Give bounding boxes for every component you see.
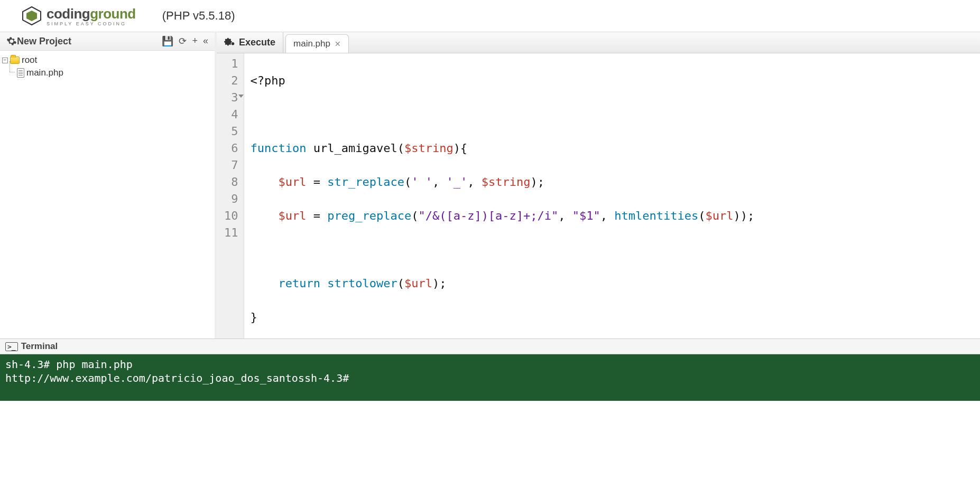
line-number: 7: [224, 157, 238, 174]
gear-icon: [6, 36, 17, 46]
expand-toggle[interactable]: −: [2, 58, 8, 63]
folder-icon: [10, 57, 20, 64]
save-icon[interactable]: 💾: [162, 35, 173, 47]
collapse-icon[interactable]: «: [203, 35, 208, 47]
sidebar-header: New Project 💾 ⟳ + «: [0, 32, 215, 51]
tree-root-label: root: [22, 55, 37, 65]
terminal-line: sh-4.3# php main.php: [5, 358, 975, 371]
version-label: (PHP v5.5.18): [162, 9, 235, 23]
terminal-panel: >_ Terminal sh-4.3# php main.phphttp://w…: [0, 338, 980, 401]
tab-label: main.php: [293, 39, 330, 49]
terminal-header[interactable]: >_ Terminal: [0, 339, 980, 354]
logo-icon: [21, 5, 42, 26]
gutter: 1 2 3 4 5 6 7 8 9 10 11: [217, 53, 244, 338]
terminal-line: http://www.example.com/patricio_joao_dos…: [5, 371, 975, 385]
line-number: 4: [224, 106, 238, 123]
tree-root[interactable]: − root: [2, 54, 212, 67]
line-number: 8: [224, 174, 238, 191]
editor-area: Execute main.php ✕ 1 2 3 4 5 6 7 8 9 10 …: [217, 32, 980, 338]
logo: codingground SIMPLY EASY CODING: [21, 5, 136, 26]
svg-marker-1: [26, 11, 37, 21]
line-number: 11: [224, 224, 238, 241]
sidebar-actions: 💾 ⟳ + «: [162, 35, 208, 47]
fold-icon[interactable]: [238, 95, 244, 98]
line-number: 3: [224, 89, 238, 106]
add-icon[interactable]: +: [192, 35, 198, 47]
line-number: 9: [224, 191, 238, 208]
line-number: 6: [224, 140, 238, 157]
logo-subtitle: SIMPLY EASY CODING: [47, 21, 136, 26]
tree-file[interactable]: main.php: [17, 67, 212, 79]
app-header: codingground SIMPLY EASY CODING (PHP v5.…: [0, 0, 980, 32]
line-number: 5: [224, 123, 238, 140]
code-content[interactable]: <?php function url_amigavel($string){ $u…: [244, 53, 981, 338]
terminal-icon: >_: [5, 342, 18, 351]
sidebar-title: New Project: [17, 36, 162, 47]
code-editor[interactable]: 1 2 3 4 5 6 7 8 9 10 11 <?php function u…: [217, 53, 980, 338]
line-number: 1: [224, 55, 238, 72]
file-icon: [17, 68, 24, 78]
gears-icon: [224, 37, 236, 49]
editor-toolbar: Execute main.php ✕: [217, 32, 980, 53]
terminal-title: Terminal: [21, 341, 58, 352]
logo-text: codingground: [47, 6, 136, 22]
line-number: 10: [224, 208, 238, 224]
execute-label: Execute: [239, 37, 275, 48]
main-area: New Project 💾 ⟳ + « − root main.php: [0, 32, 980, 338]
tree-file-label: main.php: [26, 68, 63, 78]
tab-main-php[interactable]: main.php ✕: [285, 34, 349, 53]
execute-button[interactable]: Execute: [217, 32, 283, 53]
file-tree: − root main.php: [0, 51, 215, 82]
line-number: 2: [224, 72, 238, 89]
close-icon[interactable]: ✕: [335, 40, 341, 48]
terminal-body[interactable]: sh-4.3# php main.phphttp://www.example.c…: [0, 354, 980, 401]
sidebar: New Project 💾 ⟳ + « − root main.php: [0, 32, 217, 338]
refresh-icon[interactable]: ⟳: [179, 35, 187, 47]
